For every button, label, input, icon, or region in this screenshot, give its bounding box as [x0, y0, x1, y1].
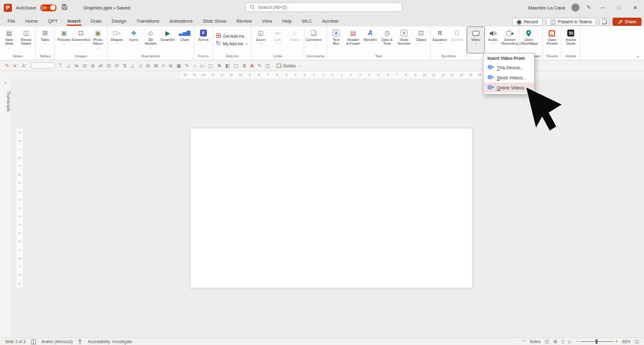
forms-button[interactable]: FForms [195, 27, 212, 53]
search-input[interactable]: Search (Alt+Q) [245, 3, 402, 12]
stack-icon[interactable]: ⊟ [106, 63, 111, 69]
screen-recording-button[interactable]: Screen Recording [501, 27, 518, 53]
reorder-icon[interactable]: ≡ [162, 63, 165, 69]
flip-icon[interactable]: ⇅ [123, 63, 127, 69]
photo-album-button[interactable]: ▣Photo Album⌄ [89, 27, 106, 53]
comments-pane-button[interactable]: ❏ [599, 18, 609, 26]
tab-design[interactable]: Design [106, 16, 131, 26]
textbox-tool-icon[interactable]: ▣ [177, 63, 182, 69]
language-indicator[interactable]: Arabic (Morocco) [42, 339, 72, 344]
get-add-ins-button[interactable]: ⊞Get Add-ins [216, 33, 248, 39]
guides-toggle[interactable]: Guides ⌄ [277, 63, 301, 68]
object-button[interactable]: ⊡Object [413, 27, 430, 53]
text-box-button[interactable]: AText Box [328, 27, 345, 53]
expand-thumbnails-icon[interactable]: › [0, 79, 11, 86]
zoom-button[interactable]: ◱Zoom⌄ [252, 27, 269, 53]
my-add-ins-button[interactable]: ↻My Add-ins⌄ [216, 40, 248, 47]
oval-shape-icon[interactable]: ○ [193, 63, 196, 69]
guides-checkbox[interactable] [277, 64, 281, 68]
accessibility-status[interactable]: Accessibility: Investigate [87, 339, 131, 344]
tab-insert[interactable]: Insert [63, 16, 86, 26]
slide[interactable] [191, 128, 472, 288]
tab-home[interactable]: Home [20, 16, 43, 26]
shapes-button[interactable]: ▢○Shapes⌄ [108, 27, 125, 53]
menu-item-this-device[interactable]: This Device... [484, 62, 534, 72]
align-bottom-icon[interactable]: ⊥ [67, 63, 71, 69]
text-columns-icon[interactable]: ≣ [242, 63, 247, 69]
table-button[interactable]: ⊞Table⌄ [36, 27, 53, 53]
pictures-button[interactable]: ▣Pictures⌄ [55, 27, 72, 53]
slideshow-view-icon[interactable]: ▷ [569, 339, 572, 344]
save-icon[interactable] [60, 2, 69, 13]
ungroup-icon[interactable]: ⊠ [154, 63, 158, 69]
eyedropper-icon[interactable]: ✎ [185, 63, 189, 69]
tab-transitions[interactable]: Transitions [131, 16, 164, 26]
zoom-slider[interactable]: − + [576, 339, 618, 344]
notes-button[interactable]: Notes [530, 339, 540, 344]
tab-file[interactable]: File [3, 16, 20, 26]
collapse-ribbon-icon[interactable]: ⌄ [636, 53, 640, 59]
equation-button[interactable]: πEquation⌄ [431, 27, 448, 53]
display-settings-icon[interactable]: ◫ [31, 339, 36, 345]
align-top-icon[interactable]: ⊤ [58, 63, 63, 69]
action-button[interactable]: ☆Action [286, 27, 303, 53]
avatar[interactable] [571, 3, 580, 12]
zoom-in-icon[interactable]: + [615, 339, 618, 344]
group-icon[interactable]: ⊞ [146, 63, 150, 69]
adobe-stock-button[interactable]: StAdobe Stock [562, 27, 579, 53]
font-color-icon[interactable]: A [250, 63, 253, 69]
rotate-icon[interactable]: ⟳ [114, 63, 119, 69]
slide-sorter-view-icon[interactable]: ⊞ [553, 339, 557, 344]
comment-button[interactable]: ❏Comment [305, 27, 322, 53]
format-painter-icon[interactable]: ✎ [5, 63, 9, 69]
smartart-button[interactable]: ▶SmartArt [159, 27, 176, 53]
chart-button[interactable]: ▃▅▇Chart [176, 27, 193, 53]
menu-item-stock-videos[interactable]: Stock Videos... [484, 72, 534, 82]
distribute-icon[interactable]: ⇆ [75, 63, 79, 69]
maximize-button[interactable]: □ [614, 5, 624, 11]
bring-forward-icon[interactable]: ⊞ [91, 63, 95, 69]
new-slide-button[interactable]: ▤New Slide⌄ [1, 27, 18, 53]
wordart-button[interactable]: AWordArt⌄ [362, 27, 379, 53]
tab-mlc[interactable]: MLC [297, 16, 317, 26]
swap-icon[interactable]: ⇄ [99, 63, 103, 69]
normal-view-icon[interactable]: ◫ [545, 339, 549, 344]
rectangle-shape-icon[interactable]: ▭ [200, 63, 205, 69]
reading-view-icon[interactable]: ▯ [562, 339, 564, 344]
shape-effects-icon[interactable]: ❖ [217, 63, 221, 69]
fit-slide-icon[interactable]: ◱ [635, 339, 639, 344]
tab-review[interactable]: Review [231, 16, 257, 26]
present-in-teams-button[interactable]: ◫ Present in Teams [546, 18, 596, 26]
grow-font-icon[interactable]: Aˆ [13, 63, 18, 69]
slide-number-button[interactable]: #Slide Number [396, 27, 413, 53]
header-footer-button[interactable]: ▤Header & Footer [345, 27, 362, 53]
shape-outline-icon[interactable]: ▢ [234, 63, 239, 69]
icons-button[interactable]: ❖Icons [125, 27, 142, 53]
pen-tool-icon[interactable]: ✎ [257, 63, 262, 69]
tab-view[interactable]: View [257, 16, 277, 26]
3d-models-button[interactable]: ◇3D Models⌄ [142, 27, 159, 53]
autosave-toggle[interactable]: On [40, 4, 57, 11]
zoom-out-icon[interactable]: − [576, 339, 579, 344]
symbol-button[interactable]: ΩSymbol [448, 27, 465, 53]
arrow-left-icon[interactable]: ◁ [138, 63, 142, 69]
open-pexels-button[interactable]: Open Pexels [543, 27, 560, 53]
audio-button[interactable]: Audio⌄ [484, 27, 501, 53]
close-button[interactable]: ✕ [630, 5, 640, 11]
reuse-slides-button[interactable]: ◫Reuse Slides [18, 27, 35, 53]
tab-help[interactable]: Help [277, 16, 297, 26]
video-button[interactable]: Video⌄ [467, 27, 484, 53]
shrink-font-icon[interactable]: Aˇ [22, 63, 27, 69]
tab-draw[interactable]: Draw [86, 16, 107, 26]
zoom-slider-thumb[interactable] [596, 339, 597, 344]
thumbnails-pane-collapsed[interactable]: › Thumbnails [0, 79, 11, 337]
triangle-icon[interactable]: △ [131, 63, 135, 69]
record-button[interactable]: ◉ Record [512, 18, 542, 26]
selection-pane-icon[interactable]: ◫ [265, 63, 270, 69]
link-button[interactable]: ∞Link⌄ [269, 27, 286, 53]
document-title[interactable]: Graphics.pptx • Saved [84, 5, 130, 11]
send-backward-icon[interactable]: ⊟ [82, 63, 87, 69]
zoom-level[interactable]: 66% [622, 339, 630, 344]
minimize-button[interactable]: ─ [597, 5, 608, 11]
screenshot-button[interactable]: ⊡Screenshot⌄ [72, 27, 89, 53]
